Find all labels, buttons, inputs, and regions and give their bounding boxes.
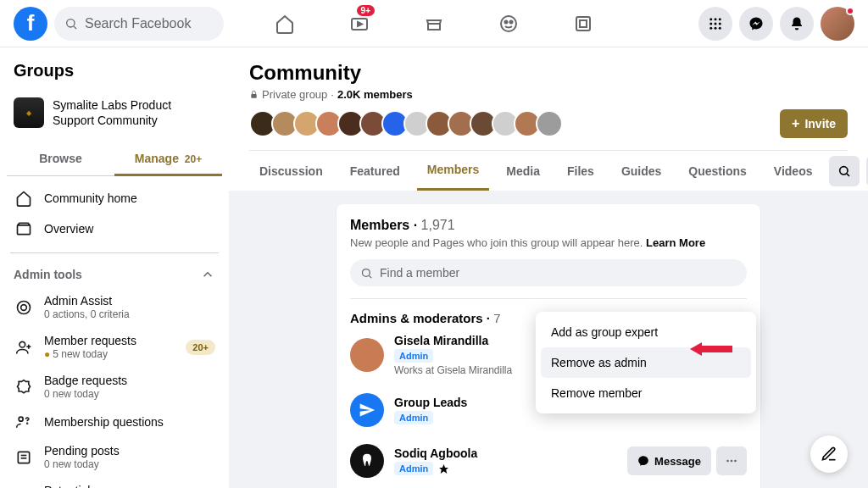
nav-groups[interactable] xyxy=(475,3,542,44)
tab-featured[interactable]: Featured xyxy=(340,152,410,190)
svg-point-19 xyxy=(18,301,31,313)
member-avatar-stack[interactable] xyxy=(249,110,563,137)
edit-icon xyxy=(821,446,837,463)
nav-gaming[interactable] xyxy=(549,3,617,44)
account-avatar[interactable] xyxy=(821,7,854,41)
avatar-notification-dot xyxy=(846,7,854,15)
global-header: f Search Facebook 9+ xyxy=(0,0,868,47)
facebook-logo[interactable]: f xyxy=(14,7,47,41)
invite-button[interactable]: +Invite xyxy=(780,109,848,138)
sidebar-member-requests[interactable]: Member requests●5 new today 20+ xyxy=(7,327,222,367)
member-more-button[interactable] xyxy=(716,446,747,475)
nav-home[interactable] xyxy=(251,3,319,44)
divider xyxy=(350,298,747,299)
group-name: Symalite Labs Product Support Community xyxy=(53,97,215,128)
svg-point-5 xyxy=(505,20,508,23)
bell-icon xyxy=(789,16,804,31)
sidebar-overview[interactable]: Overview xyxy=(7,214,222,244)
svg-marker-39 xyxy=(439,464,448,474)
groups-icon xyxy=(498,14,519,34)
home-icon xyxy=(275,14,295,34)
search-placeholder: Search Facebook xyxy=(85,16,191,31)
member-actions-dropdown: Add as group expertRemove as adminRemove… xyxy=(536,312,756,413)
member-name[interactable]: Sodiq Agboola xyxy=(394,446,477,460)
member-avatar[interactable] xyxy=(350,393,384,427)
svg-point-4 xyxy=(501,16,516,31)
search-icon xyxy=(837,164,851,178)
svg-point-15 xyxy=(709,26,712,29)
watch-badge: 9+ xyxy=(357,5,375,16)
tab-manage[interactable]: Manage 20+ xyxy=(114,141,222,175)
messenger-button[interactable] xyxy=(739,7,773,41)
home-icon xyxy=(15,190,32,207)
member-avatar[interactable] xyxy=(350,338,384,372)
sidebar-admin-assist[interactable]: Admin Assist0 actions, 0 criteria xyxy=(7,287,222,327)
member-avatar[interactable] xyxy=(536,110,563,137)
svg-point-25 xyxy=(27,424,28,424)
learn-more-link[interactable]: Learn More xyxy=(646,236,705,249)
star-icon xyxy=(438,463,449,474)
member-count[interactable]: 2.0K members xyxy=(337,88,413,101)
menu-button[interactable] xyxy=(698,7,732,41)
message-button[interactable]: Message xyxy=(627,446,711,475)
tab-members[interactable]: Members xyxy=(417,151,489,191)
member-name[interactable]: Gisela Mirandilla xyxy=(394,334,512,347)
member-name[interactable]: Group Leads xyxy=(394,396,467,409)
user-plus-icon xyxy=(15,339,32,356)
admin-tools-header[interactable]: Admin tools xyxy=(7,262,222,287)
dropdown-item[interactable]: Remove member xyxy=(541,378,751,408)
sidebar-membership-questions[interactable]: Membership questions xyxy=(7,407,222,437)
search-tab-button[interactable] xyxy=(829,156,860,186)
find-member-input[interactable]: Find a member xyxy=(350,259,747,286)
svg-rect-7 xyxy=(576,17,590,30)
chevron-up-icon xyxy=(200,267,215,282)
tab-videos[interactable]: Videos xyxy=(764,152,823,190)
search-icon xyxy=(64,17,78,30)
compose-fab[interactable] xyxy=(810,435,848,473)
svg-point-17 xyxy=(719,26,721,29)
current-group-card[interactable]: ◆ Symalite Labs Product Support Communit… xyxy=(7,91,222,135)
svg-marker-46 xyxy=(690,342,732,356)
notifications-button[interactable] xyxy=(780,7,814,41)
search-input[interactable]: Search Facebook xyxy=(54,7,224,41)
admin-badge: Admin xyxy=(394,411,433,424)
page-title: Community xyxy=(249,61,848,85)
tab-media[interactable]: Media xyxy=(496,152,550,190)
svg-point-32 xyxy=(840,166,848,174)
left-sidebar: Groups ◆ Symalite Labs Product Support C… xyxy=(0,47,229,488)
sidebar-badge-requests[interactable]: Badge requests0 new today xyxy=(7,367,222,407)
nav-watch[interactable]: 9+ xyxy=(326,3,393,44)
tab-questions[interactable]: Questions xyxy=(678,152,756,190)
svg-point-9 xyxy=(709,18,712,20)
sidebar-pending-posts[interactable]: Pending posts0 new today xyxy=(7,437,222,477)
overview-icon xyxy=(15,220,32,237)
tab-files[interactable]: Files xyxy=(557,152,604,190)
tab-discussion[interactable]: Discussion xyxy=(249,152,333,190)
nav-marketplace[interactable] xyxy=(400,3,468,44)
privacy-line: Private group · 2.0K members xyxy=(249,88,848,101)
marketplace-icon xyxy=(424,14,444,34)
svg-line-33 xyxy=(848,174,850,176)
svg-point-24 xyxy=(19,418,23,422)
messenger-icon xyxy=(748,16,764,31)
svg-point-20 xyxy=(21,305,27,311)
member-avatar[interactable] xyxy=(350,444,384,478)
svg-point-10 xyxy=(715,18,717,20)
sidebar-potential-spam[interactable]: Potential spam0 new today xyxy=(7,477,222,488)
tab-browse[interactable]: Browse xyxy=(7,141,114,175)
target-icon xyxy=(15,299,32,316)
svg-point-0 xyxy=(67,19,75,26)
svg-point-42 xyxy=(734,460,737,463)
header-right xyxy=(698,7,854,41)
admin-badge: Admin xyxy=(394,349,433,363)
tab-guides[interactable]: Guides xyxy=(611,152,671,190)
lock-icon xyxy=(249,90,259,99)
divider xyxy=(10,252,219,253)
posts-icon xyxy=(15,449,32,466)
svg-point-40 xyxy=(726,460,729,463)
nav-center: 9+ xyxy=(251,3,617,44)
group-thumbnail: ◆ xyxy=(14,97,44,128)
svg-marker-3 xyxy=(358,22,362,26)
sidebar-community-home[interactable]: Community home xyxy=(7,183,222,214)
main-content: Community Private group · 2.0K members +… xyxy=(229,47,868,488)
